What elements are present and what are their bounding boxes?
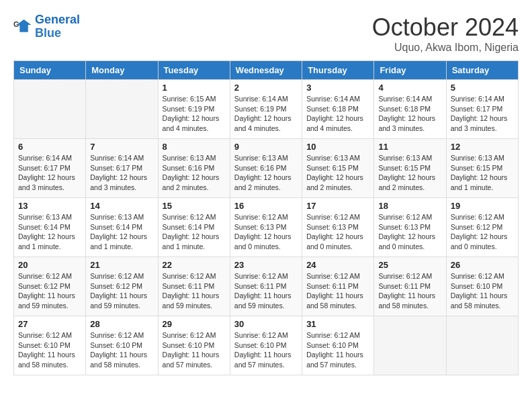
day-number: 29 — [163, 319, 226, 329]
day-number: 21 — [90, 260, 153, 270]
day-info: Sunrise: 6:12 AM Sunset: 6:12 PM Dayligh… — [90, 271, 153, 311]
day-number: 10 — [306, 142, 369, 152]
calendar-cell: 27Sunrise: 6:12 AM Sunset: 6:10 PM Dayli… — [14, 316, 86, 375]
day-info: Sunrise: 6:12 AM Sunset: 6:11 PM Dayligh… — [234, 271, 298, 311]
day-number: 14 — [90, 201, 153, 211]
day-number: 22 — [163, 260, 226, 270]
calendar-cell: 18Sunrise: 6:12 AM Sunset: 6:13 PM Dayli… — [374, 198, 446, 257]
day-number: 31 — [306, 319, 369, 329]
day-info: Sunrise: 6:13 AM Sunset: 6:14 PM Dayligh… — [90, 212, 153, 252]
header-monday: Monday — [86, 61, 158, 80]
day-info: Sunrise: 6:14 AM Sunset: 6:18 PM Dayligh… — [378, 94, 441, 134]
calendar-cell: 12Sunrise: 6:13 AM Sunset: 6:15 PM Dayli… — [446, 139, 518, 198]
day-number: 23 — [234, 260, 298, 270]
day-number: 8 — [163, 142, 226, 152]
day-number: 19 — [451, 201, 514, 211]
day-number: 16 — [234, 201, 298, 211]
calendar-cell: 8Sunrise: 6:13 AM Sunset: 6:16 PM Daylig… — [158, 139, 230, 198]
day-info: Sunrise: 6:12 AM Sunset: 6:10 PM Dayligh… — [451, 271, 514, 311]
calendar-cell: 31Sunrise: 6:12 AM Sunset: 6:10 PM Dayli… — [302, 316, 374, 375]
day-number: 15 — [163, 201, 226, 211]
day-info: Sunrise: 6:12 AM Sunset: 6:13 PM Dayligh… — [306, 212, 369, 252]
calendar-cell: 2Sunrise: 6:14 AM Sunset: 6:19 PM Daylig… — [230, 80, 302, 139]
day-number: 4 — [378, 83, 441, 93]
day-number: 24 — [306, 260, 369, 270]
day-info: Sunrise: 6:13 AM Sunset: 6:16 PM Dayligh… — [234, 153, 298, 193]
day-number: 28 — [90, 319, 153, 329]
calendar-week-row: 27Sunrise: 6:12 AM Sunset: 6:10 PM Dayli… — [14, 316, 519, 375]
calendar-cell: 3Sunrise: 6:14 AM Sunset: 6:18 PM Daylig… — [302, 80, 374, 139]
calendar-cell: 15Sunrise: 6:12 AM Sunset: 6:14 PM Dayli… — [158, 198, 230, 257]
calendar-cell — [374, 316, 446, 375]
day-number: 25 — [378, 260, 441, 270]
header-wednesday: Wednesday — [230, 61, 302, 80]
day-info: Sunrise: 6:14 AM Sunset: 6:17 PM Dayligh… — [451, 94, 514, 134]
calendar-cell: 19Sunrise: 6:12 AM Sunset: 6:12 PM Dayli… — [446, 198, 518, 257]
day-info: Sunrise: 6:15 AM Sunset: 6:19 PM Dayligh… — [163, 94, 226, 134]
calendar-cell: 7Sunrise: 6:14 AM Sunset: 6:17 PM Daylig… — [86, 139, 158, 198]
day-number: 1 — [163, 83, 226, 93]
calendar-cell: 24Sunrise: 6:12 AM Sunset: 6:11 PM Dayli… — [302, 257, 374, 316]
calendar-cell: 5Sunrise: 6:14 AM Sunset: 6:17 PM Daylig… — [446, 80, 518, 139]
day-info: Sunrise: 6:12 AM Sunset: 6:12 PM Dayligh… — [451, 212, 514, 252]
calendar-cell: 14Sunrise: 6:13 AM Sunset: 6:14 PM Dayli… — [86, 198, 158, 257]
day-info: Sunrise: 6:14 AM Sunset: 6:19 PM Dayligh… — [234, 94, 298, 134]
day-number: 2 — [234, 83, 298, 93]
calendar-cell: 10Sunrise: 6:13 AM Sunset: 6:15 PM Dayli… — [302, 139, 374, 198]
day-info: Sunrise: 6:12 AM Sunset: 6:14 PM Dayligh… — [163, 212, 226, 252]
logo-text: General Blue — [35, 13, 80, 40]
calendar-cell: 4Sunrise: 6:14 AM Sunset: 6:18 PM Daylig… — [374, 80, 446, 139]
calendar-cell: 26Sunrise: 6:12 AM Sunset: 6:10 PM Dayli… — [446, 257, 518, 316]
day-info: Sunrise: 6:13 AM Sunset: 6:16 PM Dayligh… — [163, 153, 226, 193]
calendar-week-row: 13Sunrise: 6:13 AM Sunset: 6:14 PM Dayli… — [14, 198, 519, 257]
calendar-week-row: 6Sunrise: 6:14 AM Sunset: 6:17 PM Daylig… — [14, 139, 519, 198]
day-number: 20 — [18, 260, 81, 270]
calendar-week-row: 1Sunrise: 6:15 AM Sunset: 6:19 PM Daylig… — [14, 80, 519, 139]
day-info: Sunrise: 6:14 AM Sunset: 6:18 PM Dayligh… — [306, 94, 369, 134]
calendar-cell — [86, 80, 158, 139]
day-number: 3 — [306, 83, 369, 93]
day-info: Sunrise: 6:12 AM Sunset: 6:12 PM Dayligh… — [18, 271, 81, 311]
day-number: 17 — [306, 201, 369, 211]
calendar-cell: 17Sunrise: 6:12 AM Sunset: 6:13 PM Dayli… — [302, 198, 374, 257]
calendar-week-row: 20Sunrise: 6:12 AM Sunset: 6:12 PM Dayli… — [14, 257, 519, 316]
calendar-table: SundayMondayTuesdayWednesdayThursdayFrid… — [13, 60, 519, 375]
day-number: 11 — [378, 142, 441, 152]
calendar-cell: 16Sunrise: 6:12 AM Sunset: 6:13 PM Dayli… — [230, 198, 302, 257]
day-info: Sunrise: 6:13 AM Sunset: 6:14 PM Dayligh… — [18, 212, 81, 252]
logo: Gen General Blue — [13, 13, 80, 40]
header-friday: Friday — [374, 61, 446, 80]
day-number: 26 — [451, 260, 514, 270]
page-header: Gen General Blue October 2024 Uquo, Akwa… — [13, 13, 519, 54]
day-number: 7 — [90, 142, 153, 152]
day-info: Sunrise: 6:12 AM Sunset: 6:11 PM Dayligh… — [306, 271, 369, 311]
calendar-cell: 29Sunrise: 6:12 AM Sunset: 6:10 PM Dayli… — [158, 316, 230, 375]
calendar-cell: 11Sunrise: 6:13 AM Sunset: 6:15 PM Dayli… — [374, 139, 446, 198]
day-info: Sunrise: 6:14 AM Sunset: 6:17 PM Dayligh… — [90, 153, 153, 193]
calendar-cell: 21Sunrise: 6:12 AM Sunset: 6:12 PM Dayli… — [86, 257, 158, 316]
day-info: Sunrise: 6:13 AM Sunset: 6:15 PM Dayligh… — [378, 153, 441, 193]
day-info: Sunrise: 6:12 AM Sunset: 6:10 PM Dayligh… — [18, 330, 81, 370]
calendar-cell: 6Sunrise: 6:14 AM Sunset: 6:17 PM Daylig… — [14, 139, 86, 198]
day-info: Sunrise: 6:12 AM Sunset: 6:11 PM Dayligh… — [163, 271, 226, 311]
day-number: 18 — [378, 201, 441, 211]
day-info: Sunrise: 6:12 AM Sunset: 6:10 PM Dayligh… — [90, 330, 153, 370]
calendar-cell: 9Sunrise: 6:13 AM Sunset: 6:16 PM Daylig… — [230, 139, 302, 198]
calendar-cell: 30Sunrise: 6:12 AM Sunset: 6:10 PM Dayli… — [230, 316, 302, 375]
day-info: Sunrise: 6:12 AM Sunset: 6:13 PM Dayligh… — [378, 212, 441, 252]
header-saturday: Saturday — [446, 61, 518, 80]
day-number: 12 — [451, 142, 514, 152]
logo-icon: Gen — [13, 17, 32, 36]
day-info: Sunrise: 6:12 AM Sunset: 6:10 PM Dayligh… — [234, 330, 298, 370]
day-info: Sunrise: 6:12 AM Sunset: 6:11 PM Dayligh… — [378, 271, 441, 311]
calendar-cell: 22Sunrise: 6:12 AM Sunset: 6:11 PM Dayli… — [158, 257, 230, 316]
location: Uquo, Akwa Ibom, Nigeria — [372, 42, 519, 54]
calendar-cell: 20Sunrise: 6:12 AM Sunset: 6:12 PM Dayli… — [14, 257, 86, 316]
day-number: 6 — [18, 142, 81, 152]
day-info: Sunrise: 6:13 AM Sunset: 6:15 PM Dayligh… — [306, 153, 369, 193]
day-number: 9 — [234, 142, 298, 152]
day-info: Sunrise: 6:12 AM Sunset: 6:10 PM Dayligh… — [163, 330, 226, 370]
header-thursday: Thursday — [302, 61, 374, 80]
day-number: 27 — [18, 319, 81, 329]
calendar-cell: 1Sunrise: 6:15 AM Sunset: 6:19 PM Daylig… — [158, 80, 230, 139]
